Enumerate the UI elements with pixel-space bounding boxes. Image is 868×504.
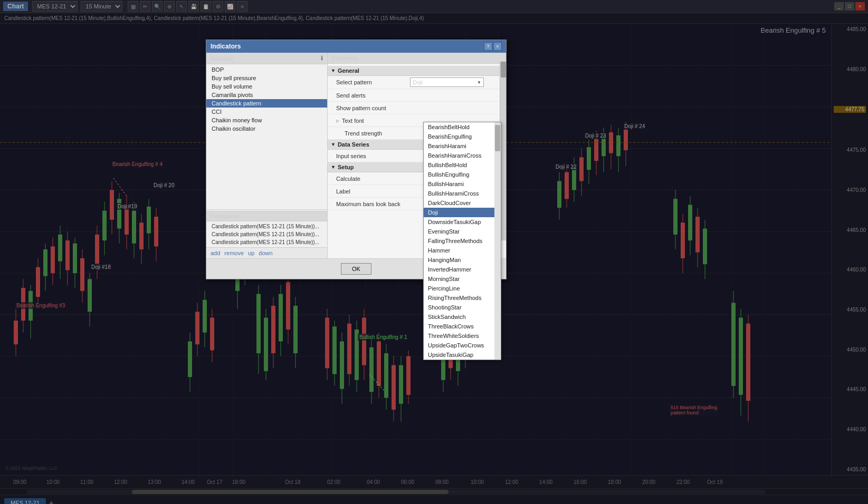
dropdown-item-bullish-belt-hold[interactable]: BullishBeltHold (424, 160, 501, 170)
pattern-dropdown-list: BearishBeltHold BearishEngulfing Bearish… (423, 122, 501, 360)
properties-header: Properties (328, 53, 506, 64)
dropdown-item-dark-cloud-cover[interactable]: DarkCloudCover (424, 198, 501, 208)
configured-header: Configured (206, 211, 327, 221)
dropdown-item-evening-star[interactable]: EveningStar (424, 227, 501, 236)
dropdown-item-bullish-engulfing[interactable]: BullishEngulfing (424, 170, 501, 179)
dropdown-scrollbar[interactable] (494, 122, 501, 360)
available-item-buy-sell-volume[interactable]: Buy sell volume (206, 82, 327, 91)
dropdown-item-hammer[interactable]: Hammer (424, 246, 501, 255)
available-item-bop[interactable]: BOP (206, 65, 327, 74)
text-font-label: Text font (342, 118, 416, 124)
dropdown-scrollbar-thumb[interactable] (495, 125, 500, 151)
dropdown-item-bullish-harami[interactable]: BullishHarami (424, 179, 501, 189)
setup-label: Setup (338, 164, 354, 170)
available-list[interactable]: BOP Buy sell pressure Buy sell volume Ca… (206, 64, 327, 208)
info-icon: ℹ (321, 55, 323, 62)
select-pattern-row: Select pattern Doji ▼ (328, 76, 506, 89)
dropdown-item-bullish-harami-cross[interactable]: BullishHaramiCross (424, 189, 501, 198)
action-row: add remove up down (206, 247, 327, 258)
general-label: General (338, 67, 359, 74)
dropdown-item-bearish-harami[interactable]: BearishHarami (424, 141, 501, 151)
configured-list: Candlestick pattern(MES 12-21 (15 Minute… (206, 221, 327, 247)
configured-item-3[interactable]: Candlestick pattern(MES 12-21 (15 Minute… (206, 238, 327, 246)
dropdown-item-bearish-engulfing[interactable]: BearishEngulfing (424, 132, 501, 141)
dropdown-item-downside-tasuki[interactable]: DownsideTasukiGap (424, 217, 501, 227)
trend-strength-label: Trend strength (336, 130, 410, 137)
dropdown-item-rising-three[interactable]: RisingThreeMethods (424, 293, 501, 303)
send-alerts-label: Send alerts (336, 92, 410, 99)
dialog-title: Indicators (211, 43, 241, 50)
select-pattern-dropdown[interactable]: Doji ▼ (410, 77, 484, 87)
dropdown-item-morning-star[interactable]: MorningStar (424, 274, 501, 284)
calculate-label: Calculate (336, 176, 410, 182)
dropdown-item-doji[interactable]: Doji (424, 208, 501, 217)
dropdown-item-hanging-man[interactable]: HangingMan (424, 255, 501, 265)
dropdown-item-upside-gap-two-crows[interactable]: UpsideGapTwoCrows (424, 341, 501, 350)
dropdown-item-three-white-soldiers[interactable]: ThreeWhiteSoldiers (424, 331, 501, 341)
dropdown-item-upside-tasuki[interactable]: UpsideTasukiGap (424, 350, 501, 360)
max-bars-label: Maximum bars look back (336, 201, 410, 207)
data-series-label: Data Series (338, 141, 369, 148)
dropdown-item-shooting-star[interactable]: ShootingStar (424, 303, 501, 312)
dialog-close-button[interactable]: × (493, 42, 502, 51)
select-pattern-value: Doji (413, 79, 423, 85)
dropdown-item-inverted-hammer[interactable]: InvertedHammer (424, 265, 501, 274)
available-item-chaikin-osc[interactable]: Chaikin oscillator (206, 124, 327, 133)
select-pattern-label: Select pattern (336, 79, 410, 85)
available-item-buy-sell-pressure[interactable]: Buy sell pressure (206, 74, 327, 82)
setup-arrow-icon: ▼ (331, 164, 336, 170)
dropdown-item-bearish-belt-hold[interactable]: BearishBeltHold (424, 122, 501, 132)
text-font-expand-icon[interactable]: ▶ (336, 118, 340, 123)
show-pattern-count-row: Show pattern count (328, 102, 506, 114)
available-item-candlestick[interactable]: Candlestick pattern (206, 99, 327, 108)
dropdown-item-three-black-crows[interactable]: ThreeBlackCrows (424, 322, 501, 331)
send-alerts-row: Send alerts (328, 89, 506, 102)
dropdown-item-piercing-line[interactable]: PiercingLine (424, 284, 501, 293)
label-label: Label (336, 188, 410, 195)
up-action[interactable]: up (248, 250, 254, 256)
available-label: Available (211, 55, 234, 62)
configured-label: Configured (211, 213, 239, 219)
dialog-title-bar: Indicators ? × (206, 40, 506, 53)
dropdown-arrow-icon: ▼ (477, 80, 481, 85)
available-item-camarilla[interactable]: Camarilla pivots (206, 91, 327, 99)
input-series-label: Input series (336, 153, 410, 159)
available-item-chaikin-money[interactable]: Chaikin money flow (206, 116, 327, 124)
dropdown-item-falling-three[interactable]: FallingThreeMethods (424, 236, 501, 246)
configured-item-1[interactable]: Candlestick pattern(MES 12-21 (15 Minute… (206, 222, 327, 230)
ok-button[interactable]: OK (341, 263, 371, 275)
general-arrow-icon: ▼ (331, 68, 336, 73)
remove-action[interactable]: remove (224, 250, 244, 256)
dialog-controls: ? × (484, 42, 502, 51)
properties-label: Properties (332, 55, 358, 61)
down-action[interactable]: down (259, 250, 272, 256)
dropdown-item-stick-sandwich[interactable]: StickSandwich (424, 312, 501, 322)
available-header: Available ℹ (206, 53, 327, 64)
data-series-arrow-icon: ▼ (331, 142, 336, 147)
add-action[interactable]: add (211, 250, 220, 256)
dialog-help-button[interactable]: ? (484, 42, 492, 51)
dropdown-item-bearish-harami-cross[interactable]: BearishHaramiCross (424, 151, 501, 160)
configured-item-2[interactable]: Candlestick pattern(MES 12-21 (15 Minute… (206, 230, 327, 238)
available-item-cci[interactable]: CCI (206, 108, 327, 116)
general-section-header[interactable]: ▼ General (328, 66, 506, 76)
section-divider (206, 209, 327, 210)
scrollbar-thumb[interactable] (501, 62, 506, 77)
dialog-left-panel: Available ℹ BOP Buy sell pressure Buy se… (206, 53, 328, 258)
show-pattern-count-label: Show pattern count (336, 105, 410, 111)
